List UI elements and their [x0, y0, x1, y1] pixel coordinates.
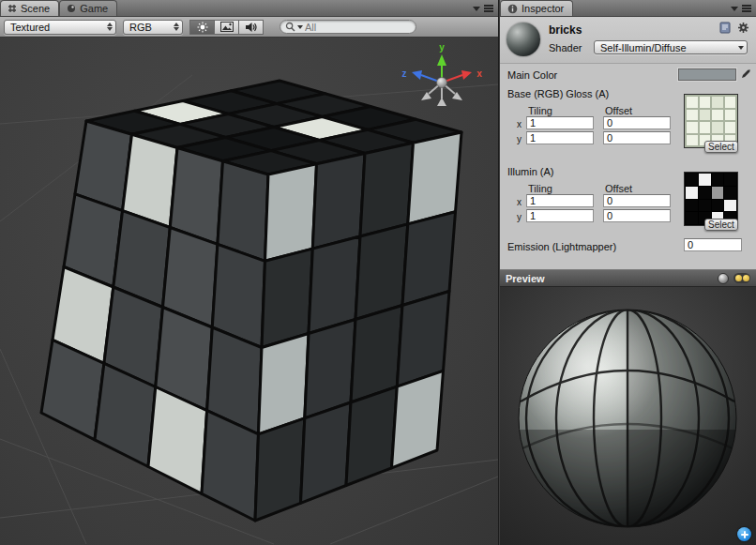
gizmo-center	[437, 78, 447, 88]
illumin-texture-label: Illumin (A)	[507, 166, 554, 177]
illumin-offset-y-input[interactable]	[603, 209, 671, 222]
gizmo-x-cone	[461, 70, 472, 80]
draw-mode-value: Textured	[10, 22, 50, 33]
illumin-y-label: y	[517, 212, 522, 222]
scene-audio-button[interactable]	[238, 20, 264, 35]
preview-title: Preview	[506, 273, 545, 284]
game-icon	[67, 4, 76, 13]
gizmo-z-cone	[412, 70, 422, 80]
gizmo-z-label: z	[402, 68, 407, 79]
illumin-tiling-header: Tiling	[528, 183, 552, 194]
emission-label: Emission (Lightmapper)	[507, 241, 616, 252]
base-x-label: x	[517, 119, 522, 129]
search-icon	[285, 22, 295, 32]
updown-arrows-icon	[107, 23, 113, 31]
base-offset-header: Offset	[605, 105, 632, 116]
panel-menu-icon	[484, 5, 493, 12]
panel-dropdown-icon	[731, 7, 738, 11]
material-name: bricks	[549, 23, 582, 37]
render-mode-dropdown[interactable]: RGB	[123, 20, 183, 35]
eyedropper-button[interactable]	[739, 68, 752, 81]
inspector-panel: Inspector bricks Shader Self-Illumin/Dif…	[500, 0, 756, 545]
scene-viewport[interactable]: y x z	[0, 38, 498, 545]
base-offset-x-input[interactable]	[603, 116, 671, 129]
search-input[interactable]	[305, 22, 410, 33]
tab-game-label: Game	[80, 3, 108, 14]
render-mode-value: RGB	[129, 22, 152, 33]
tab-scene-label: Scene	[21, 3, 50, 14]
light-dot-icon	[735, 275, 742, 281]
base-tiling-y-input[interactable]	[526, 131, 594, 144]
preview-lighting-toggle[interactable]	[733, 273, 750, 283]
base-tiling-x-input[interactable]	[526, 116, 594, 129]
scene-grid-icon	[8, 4, 17, 13]
material-sphere-icon	[507, 23, 540, 56]
eyedropper-icon	[740, 68, 751, 80]
tab-game[interactable]: Game	[59, 0, 117, 16]
base-y-label: y	[517, 134, 522, 144]
scene-lighting-button[interactable]	[189, 20, 215, 35]
shader-value: Self-Illumin/Diffuse	[600, 42, 687, 53]
plus-icon	[744, 531, 746, 538]
search-filter-arrow-icon	[297, 25, 303, 29]
gear-icon	[737, 22, 749, 34]
base-offset-y-input[interactable]	[603, 131, 671, 144]
scene-panel: Scene Game Textured RGB	[0, 0, 499, 545]
dropdown-arrow-icon	[738, 46, 744, 50]
scene-panel-menu[interactable]	[473, 5, 498, 16]
draw-mode-dropdown[interactable]: Textured	[4, 20, 116, 35]
tab-inspector[interactable]: Inspector	[500, 0, 573, 16]
preview-header: Preview	[500, 269, 756, 287]
panel-dropdown-icon	[473, 7, 480, 11]
scene-tabstrip: Scene Game	[0, 0, 498, 17]
illumin-select-button[interactable]: Select	[704, 219, 738, 231]
scene-skybox-button[interactable]	[214, 20, 239, 35]
base-select-button[interactable]: Select	[704, 141, 738, 153]
illumin-tiling-x-input[interactable]	[526, 194, 594, 207]
inspector-tabstrip: Inspector	[500, 0, 756, 17]
illumin-x-label: x	[517, 197, 522, 207]
emission-input[interactable]	[684, 238, 742, 251]
tab-inspector-label: Inspector	[522, 3, 564, 14]
updown-arrows-icon	[174, 23, 179, 31]
inspector-panel-menu[interactable]	[731, 5, 756, 16]
orientation-gizmo[interactable]: y x z	[399, 41, 485, 118]
preview-sphere-toggle[interactable]	[718, 273, 729, 284]
gizmo-y-cone	[437, 54, 446, 66]
tab-scene[interactable]: Scene	[0, 0, 59, 16]
search-field[interactable]	[280, 20, 416, 34]
scene-toolbar: Textured RGB	[0, 17, 498, 38]
illumin-tiling-y-input[interactable]	[526, 209, 594, 222]
main-color-swatch[interactable]	[678, 68, 736, 81]
gizmo-x-label: x	[476, 68, 482, 79]
shader-dropdown[interactable]: Self-Illumin/Diffuse	[594, 40, 748, 54]
material-preview[interactable]	[500, 287, 756, 545]
help-doc-button[interactable]	[718, 21, 732, 34]
scene-view-toggles	[189, 20, 264, 35]
shader-label: Shader	[549, 42, 582, 53]
illumin-offset-header: Offset	[605, 183, 632, 194]
preview-add-button[interactable]	[737, 527, 751, 541]
image-icon	[220, 22, 234, 32]
main-color-label: Main Color	[507, 69, 557, 81]
sun-icon	[197, 22, 208, 33]
base-tiling-header: Tiling	[528, 105, 552, 116]
panel-menu-icon	[742, 5, 751, 12]
settings-gear-button[interactable]	[736, 21, 749, 34]
preview-sphere-render	[500, 287, 756, 545]
doc-icon	[719, 22, 731, 34]
illumin-offset-x-input[interactable]	[603, 194, 671, 207]
base-texture-label: Base (RGB) Gloss (A)	[507, 88, 609, 99]
light-dot-icon	[743, 275, 749, 281]
unity-editor-window: Scene Game Textured RGB	[0, 0, 756, 545]
gizmo-y-label: y	[439, 42, 445, 53]
speaker-icon	[245, 22, 257, 33]
info-icon	[507, 4, 518, 14]
